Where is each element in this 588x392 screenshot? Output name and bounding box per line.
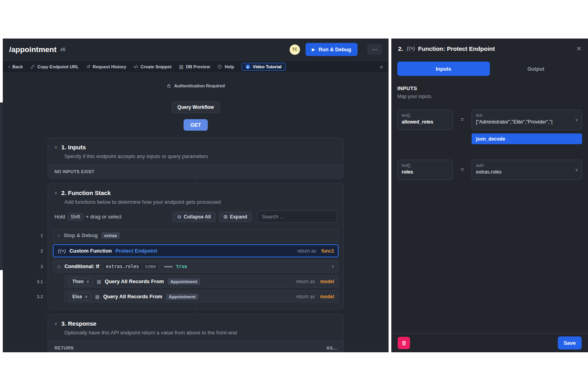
avatar[interactable]: TC — [290, 44, 300, 55]
stack-row-stop-debug[interactable]: 1 ○ Stop & Debug extras — [53, 229, 338, 241]
equals-sign: = — [453, 110, 472, 130]
left-edge-handle[interactable] — [0, 102, 3, 270]
help-button[interactable]: Help — [217, 64, 234, 69]
chevron-down-icon: ∨ — [575, 168, 578, 172]
expression-path: extras.roles — [103, 263, 142, 270]
inputs-heading: INPUTS — [397, 85, 582, 91]
db-preview-button[interactable]: ▤ DB Preview — [179, 64, 210, 70]
table-icon: ▦ — [95, 294, 99, 299]
video-tutorial-button[interactable]: ▶ Video Tutorial — [242, 63, 285, 71]
save-button[interactable]: Save — [558, 336, 582, 350]
copy-endpoint-url-button[interactable]: Copy Endpoint URL — [30, 64, 79, 69]
function-icon: ƒ(×) — [57, 248, 66, 254]
section-connector — [195, 309, 196, 314]
json-decode-filter-chip[interactable]: json_decode — [472, 133, 582, 144]
then-dropdown[interactable]: Then ∨ — [68, 278, 93, 286]
back-label: Back — [12, 64, 23, 69]
param-type: text[] — [402, 113, 449, 118]
tab-inputs[interactable]: Inputs — [397, 62, 490, 76]
hold-hint: Hold — [54, 214, 65, 220]
param-box-roles[interactable]: text[] roles — [397, 160, 453, 180]
expand-icon: ⊞ — [224, 214, 228, 220]
inputs-title: 1. Inputs — [61, 144, 86, 151]
stack-subtitle: Add functions below to determine how you… — [64, 199, 337, 205]
help-icon — [217, 64, 222, 69]
stack-row-then-query[interactable]: 3.1 Then ∨ ▦ Query All Records From Appo… — [64, 275, 338, 288]
chevron-down-icon[interactable]: ∨ — [331, 264, 334, 268]
return-as-label: return as — [296, 279, 315, 284]
value-select-roles[interactable]: auth extras.roles ∨ — [472, 160, 582, 180]
back-icon: ‹ — [8, 64, 10, 70]
tab-output[interactable]: Output — [490, 62, 582, 76]
return-as-label: return as — [296, 294, 315, 299]
function-stack-rows: 1 ○ Stop & Debug extras 2 ƒ(×) Custom Fu… — [53, 229, 338, 303]
return-label: RETURN — [54, 346, 74, 350]
expression-operator: === — [164, 264, 172, 269]
auth-required-label: Authentication Required — [48, 83, 344, 88]
value-text: ["Administrator","Elite","Provider","| — [476, 119, 571, 125]
stack-toolbar: Hold Shift + drag or select ⊖ Collapse A… — [53, 207, 338, 226]
chevron-down-icon: ∨ — [54, 145, 57, 149]
return-row: RETURN AS... — [48, 341, 343, 352]
stack-card-header[interactable]: ∨ 2. Function Stack — [54, 189, 337, 196]
collapse-all-button[interactable]: ⊖ Collapse All — [172, 212, 215, 222]
back-button[interactable]: ‹ Back — [8, 64, 23, 70]
more-options-button[interactable]: ⋯ — [367, 44, 382, 55]
delete-button[interactable] — [398, 337, 410, 349]
video-tutorial-label: Video Tutorial — [253, 64, 281, 69]
table-name-tag: Appointment — [166, 294, 199, 300]
page-title: /appointment — [9, 45, 56, 54]
return-as-label: return as — [298, 248, 316, 254]
param-name: allowed_roles — [402, 119, 449, 125]
expand-label: Expand — [230, 214, 247, 220]
inputs-card-header[interactable]: ∨ 1. Inputs — [54, 144, 337, 151]
expand-button[interactable]: ⊞ Expand — [219, 212, 252, 222]
response-title: 3. Response — [61, 320, 96, 327]
no-inputs-label: NO INPUTS EXIST — [54, 169, 95, 174]
step-number: 2. — [398, 45, 403, 52]
no-inputs-row: NO INPUTS EXIST — [48, 164, 343, 178]
search-input[interactable] — [257, 210, 337, 223]
play-circle-icon: ▶ — [246, 64, 250, 69]
request-history-button[interactable]: ↺ Request History — [86, 64, 126, 70]
chevron-down-icon: ∨ — [54, 321, 57, 326]
drag-hint: + drag or select — [86, 214, 122, 220]
function-name-link[interactable]: Protect Endpoint — [116, 248, 157, 254]
shift-key-badge: Shift — [68, 213, 83, 220]
stack-row-else-query[interactable]: 3.2 Else ∨ ▦ Query All Records From Appo… — [64, 290, 338, 303]
condition-expression[interactable]: extras.roles some — [103, 263, 159, 270]
query-workflow-badge: Query Workflow — [172, 101, 220, 113]
value-text: extras.roles — [476, 169, 571, 175]
inputs-subtitle: Specify if this endpoint accepts any inp… — [64, 153, 337, 159]
diamond-icon: ◇ — [57, 264, 61, 269]
collapse-toolbar-chevron[interactable]: ∧ — [380, 64, 383, 70]
chevron-down-icon: ∨ — [87, 280, 89, 284]
function-stack-card: ∨ 2. Function Stack Add functions below … — [48, 183, 344, 309]
inputs-sub: Map your inputs. — [397, 94, 582, 99]
return-value: func1 — [321, 248, 334, 254]
inputs-card: ∨ 1. Inputs Specify if this endpoint acc… — [48, 137, 344, 179]
stack-row-conditional[interactable]: 3 ◇ Conditional: If extras.roles some ==… — [53, 260, 338, 272]
endpoint-editor-panel: /appointment #6 TC ▶ Run & Debug ⋯ ‹ Bac… — [3, 39, 389, 352]
collapse-all-icon: ⊖ — [177, 214, 181, 220]
play-icon: ▶ — [312, 47, 315, 52]
section-connector — [195, 179, 196, 183]
param-type: text[] — [402, 163, 449, 168]
circle-icon: ○ — [57, 233, 60, 238]
response-card-header[interactable]: ∨ 3. Response — [54, 320, 337, 327]
row-number: 2 — [41, 249, 43, 253]
workflow-canvas: Authentication Required Query Workflow G… — [3, 73, 389, 352]
param-box-allowed-roles[interactable]: text[] allowed_roles — [397, 110, 453, 130]
close-icon[interactable]: × — [576, 44, 581, 52]
stack-row-custom-function[interactable]: 2 ƒ(×) Custom Function Protect Endpoint … — [53, 244, 338, 257]
run-debug-label: Run & Debug — [319, 46, 351, 52]
else-dropdown[interactable]: Else ∨ — [68, 293, 91, 301]
create-snippet-button[interactable]: ‹/› Create Snippet — [134, 64, 172, 70]
run-debug-button[interactable]: ▶ Run & Debug — [306, 43, 358, 56]
value-type: text — [476, 113, 571, 118]
row-number: 3.1 — [37, 279, 43, 284]
value-select-allowed-roles[interactable]: text ["Administrator","Elite","Provider"… — [472, 110, 582, 130]
response-card: ∨ 3. Response Optionally have this API e… — [48, 314, 344, 352]
http-method-button[interactable]: GET — [184, 119, 208, 131]
as-label[interactable]: AS... — [327, 346, 337, 350]
